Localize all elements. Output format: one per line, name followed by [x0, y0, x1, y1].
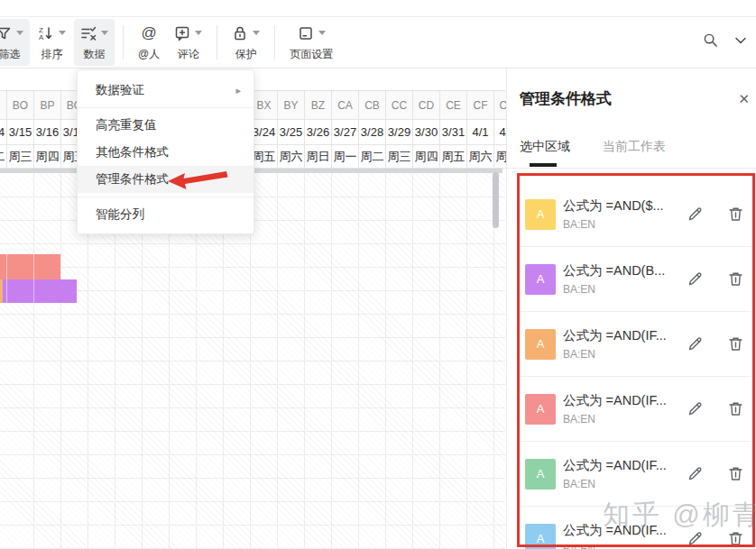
- edit-rule-pencil-icon[interactable]: [687, 530, 704, 547]
- column-date: 4/1: [467, 120, 494, 145]
- chevron-down-icon: [16, 31, 23, 35]
- delete-rule-trash-icon[interactable]: [727, 530, 744, 547]
- rule-color-swatch: A: [525, 394, 556, 425]
- edit-rule-pencil-icon[interactable]: [687, 270, 704, 288]
- rule-actions: [687, 465, 746, 482]
- grid-column-header[interactable]: BO 3/15 周三: [7, 91, 34, 169]
- grid-column-header[interactable]: CA 3/27 周一: [332, 91, 359, 169]
- delete-rule-trash-icon[interactable]: [727, 335, 744, 352]
- rule-actions: [687, 270, 746, 288]
- grid-column-header[interactable]: CF 4/1 周六: [467, 91, 494, 169]
- menu-item-label: 其他条件格式: [96, 144, 241, 160]
- column-letter: BZ: [305, 91, 332, 120]
- column-date: 3/31: [440, 120, 467, 145]
- filter-label: 筛选: [0, 47, 21, 62]
- grid-column-header[interactable]: BX 3/24 周五: [251, 91, 278, 169]
- highlighted-cells-salmon[interactable]: [0, 254, 60, 279]
- data-label: 数据: [84, 47, 106, 62]
- menu-item[interactable]: 数据验证 ▸: [78, 77, 254, 104]
- rule-color-swatch: A: [525, 524, 556, 549]
- grid-column-header[interactable]: BY 3/25 周六: [278, 91, 305, 169]
- page-setup-label: 页面设置: [290, 47, 333, 62]
- mention-button[interactable]: @ @人: [132, 19, 166, 66]
- grid-column-header[interactable]: 3/14 周二: [0, 91, 7, 169]
- column-letter: BP: [34, 91, 61, 120]
- protect-button[interactable]: 保护: [226, 19, 266, 66]
- page-setup-button[interactable]: 页面设置: [283, 19, 339, 66]
- rule-item: A 公式为 =AND($... BA:EN: [520, 182, 751, 247]
- column-date: 3/26: [305, 120, 332, 145]
- delete-rule-trash-icon[interactable]: [727, 206, 744, 223]
- toolbar-separator: [217, 25, 217, 59]
- swatch-letter: A: [537, 272, 545, 286]
- sort-icon: Z A: [38, 25, 54, 41]
- menu-divider: [78, 107, 254, 108]
- toolbar-right-icons: [703, 32, 747, 48]
- chevron-down-icon: [59, 31, 66, 35]
- rule-formula: 公式为 =AND(IF...: [563, 327, 687, 344]
- menu-item[interactable]: 高亮重复值: [78, 112, 254, 139]
- svg-text:A: A: [39, 33, 44, 41]
- rule-actions: [687, 335, 746, 352]
- sort-button[interactable]: Z A 排序: [32, 19, 72, 66]
- panel-divider: [507, 168, 756, 169]
- mention-label: @人: [138, 47, 160, 62]
- comment-label: 评论: [178, 47, 199, 62]
- menu-item-label: 智能分列: [96, 206, 241, 223]
- data-button[interactable]: 数据: [74, 19, 115, 66]
- column-date: 3/15: [7, 120, 34, 145]
- filter-button[interactable]: 筛选: [0, 19, 30, 66]
- column-letter: CD: [413, 91, 440, 120]
- vertical-scrollbar[interactable]: [493, 172, 499, 228]
- edit-rule-pencil-icon[interactable]: [687, 465, 704, 482]
- column-weekday: 周四: [34, 145, 61, 169]
- data-icon: [80, 25, 97, 41]
- delete-rule-trash-icon[interactable]: [727, 400, 744, 417]
- column-letter: CB: [359, 91, 386, 120]
- close-icon[interactable]: ✕: [738, 92, 750, 105]
- column-date: 3/30: [413, 120, 440, 145]
- grid-column-header[interactable]: BZ 3/26 周日: [305, 91, 332, 169]
- grid-column-header[interactable]: CE 3/31 周五: [440, 91, 467, 169]
- delete-rule-trash-icon[interactable]: [727, 270, 744, 288]
- edit-rule-pencil-icon[interactable]: [687, 335, 704, 352]
- menu-item[interactable]: 其他条件格式: [78, 139, 254, 166]
- grid-column-header[interactable]: BP 3/16 周四: [34, 91, 61, 169]
- grid-column-header[interactable]: CB 3/28 周二: [359, 91, 386, 169]
- at-icon: @: [141, 25, 156, 41]
- grid-column-header[interactable]: CD 3/30 周四: [413, 91, 440, 169]
- active-tab-underline: [530, 163, 557, 167]
- rule-range: BA:EN: [563, 283, 687, 296]
- column-weekday: 周日: [305, 145, 332, 169]
- grid-column-header[interactable]: CC 3/29 周三: [386, 91, 413, 169]
- toolbar-separator: [123, 25, 124, 59]
- collapse-toolbar-chevron-icon[interactable]: [734, 34, 747, 47]
- rule-actions: [687, 206, 746, 223]
- sort-label: 排序: [41, 47, 63, 62]
- column-letter: BO: [7, 91, 34, 120]
- column-letter: CA: [332, 91, 359, 120]
- swatch-letter: A: [537, 467, 545, 480]
- filter-icon: [0, 25, 12, 41]
- edit-rule-pencil-icon[interactable]: [687, 206, 704, 223]
- page-setup-icon: [298, 25, 314, 41]
- delete-rule-trash-icon[interactable]: [727, 465, 744, 482]
- edit-rule-pencil-icon[interactable]: [687, 400, 704, 417]
- menu-item[interactable]: 智能分列: [78, 201, 254, 228]
- highlighted-cells-purple[interactable]: [3, 279, 77, 303]
- rule-item: A 公式为 =AND(IF... BA:EN: [520, 377, 751, 442]
- tab-selected-range[interactable]: 选中区域: [520, 139, 570, 155]
- swatch-letter: A: [537, 532, 545, 545]
- column-date: 3/27: [332, 120, 359, 145]
- column-weekday: 周五: [251, 145, 278, 169]
- search-icon[interactable]: [703, 32, 718, 48]
- rule-text: 公式为 =AND($... BA:EN: [563, 197, 687, 231]
- submenu-arrow-icon: ▸: [235, 85, 241, 96]
- rule-color-swatch: A: [525, 264, 556, 295]
- rule-color-swatch: A: [525, 459, 556, 490]
- rule-item: A 公式为 =AND(IF... BA:EN: [520, 312, 751, 377]
- tab-current-sheet[interactable]: 当前工作表: [603, 139, 666, 155]
- comment-button[interactable]: 评论: [168, 19, 208, 66]
- column-weekday: 周三: [386, 145, 413, 169]
- chevron-down-icon: [253, 31, 260, 35]
